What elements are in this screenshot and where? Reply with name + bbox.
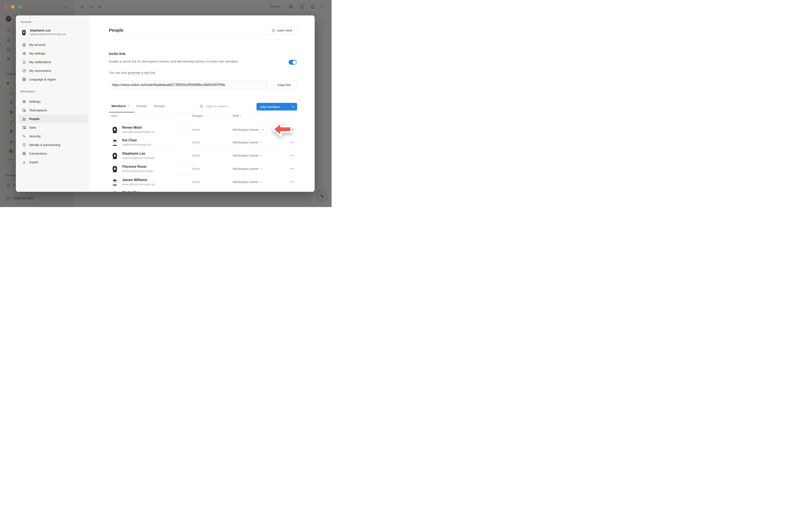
chevron-down-icon <box>260 154 263 157</box>
account-section-label: Account <box>20 20 31 23</box>
copy-link-button[interactable]: Copy link <box>271 80 297 89</box>
sidebar-item-label: My account <box>29 43 45 47</box>
sidebar-item-label: My connections <box>29 69 51 72</box>
member-email: renee@toolsforthought.xyz <box>122 130 155 134</box>
sidebar-item-label: My settings <box>29 52 45 55</box>
member-groups: None <box>192 175 200 188</box>
column-header-role[interactable]: Role ↓ <box>233 114 242 117</box>
row-menu-button[interactable] <box>290 175 294 188</box>
sidebar-item-label: Language & region <box>29 77 56 81</box>
sidebar-item-import[interactable]: Import <box>18 158 88 166</box>
sidebar-item-label: Identity & provisioning <box>29 143 60 147</box>
member-email: stephanie@toolsforthough... <box>122 156 157 160</box>
row-menu-button[interactable] <box>290 149 294 162</box>
member-role-dropdown[interactable]: Workspace owner <box>233 162 263 175</box>
add-members-button[interactable]: Add members <box>256 103 297 110</box>
account-user-name: Stephanie Lee <box>30 29 66 33</box>
member-role-dropdown[interactable]: Workspace owner <box>233 136 263 149</box>
chevron-down-icon <box>262 128 264 131</box>
invite-link-url-field[interactable] <box>109 80 267 89</box>
sidebar-item-label: Sites <box>29 126 36 129</box>
member-name: Florence Rossi <box>122 165 147 169</box>
generate-new-link[interactable]: generate a new link <box>128 71 155 74</box>
member-name: Renee Ward <box>122 125 142 130</box>
arrow-out-box-icon <box>22 69 26 73</box>
download-icon <box>22 160 26 164</box>
chevron-down-icon <box>260 141 263 144</box>
sidebar-item-language-region[interactable]: Language & region <box>18 75 88 83</box>
member-name: Kai Chan <box>122 138 137 143</box>
zoom-window-button[interactable] <box>18 5 21 9</box>
sidebar-item-label: Connections <box>29 152 47 155</box>
table-row: Florence Rossiflorence@toolsforthought..… <box>109 162 297 175</box>
column-header-groups[interactable]: Groups <box>192 114 203 117</box>
sidebar-item-teamspaces[interactable]: Teamspaces <box>18 106 88 114</box>
sidebar-item-my-connections[interactable]: My connections <box>18 66 88 75</box>
sidebar-item-my-account[interactable]: My account <box>18 40 88 49</box>
annotation-arrow-left-icon <box>272 121 293 138</box>
grid-icon <box>22 152 26 156</box>
member-groups: None <box>192 162 200 175</box>
tabs-divider <box>109 112 297 113</box>
member-email: kai@toolsforthought.xyz <box>122 143 152 147</box>
sidebar-item-label: Settings <box>29 100 41 103</box>
bell-icon <box>22 60 26 64</box>
tab-members[interactable]: Members7 <box>109 104 129 108</box>
member-groups: None <box>192 149 200 162</box>
table-row: Renee Wardrenee@toolsforthought.xyzNoneW… <box>109 124 297 136</box>
divider <box>109 39 297 40</box>
avatar <box>111 190 119 192</box>
sidebar-item-people[interactable]: People <box>18 114 88 123</box>
avatar <box>111 126 119 133</box>
member-role-dropdown[interactable]: Workspace owner <box>233 149 263 162</box>
sidebar-item-label: Import <box>29 160 38 164</box>
table-row: Kai Chankai@toolsforthought.xyzNoneWorks… <box>109 136 297 149</box>
sidebar-item-identity-provisioning[interactable]: Identity & provisioning <box>18 140 88 149</box>
generate-link-line: You can also generate a new link <box>109 71 155 74</box>
member-search-input[interactable] <box>206 104 246 108</box>
account-user: Stephanie Lee stephanie@toolsforthought.… <box>21 29 66 36</box>
sidebar-item-sites[interactable]: Sites <box>18 123 88 132</box>
sidebar-item-my-settings[interactable]: My settings <box>18 49 88 58</box>
active-tab-underline <box>109 112 134 113</box>
sidebar-item-my-notifications[interactable]: My notifications <box>18 58 88 66</box>
browser-cursor-icon <box>22 125 26 130</box>
close-window-button[interactable] <box>4 5 8 9</box>
minimize-window-button[interactable] <box>11 5 14 9</box>
row-menu-button[interactable] <box>290 162 294 175</box>
sidebar-item-security[interactable]: Security <box>18 132 88 140</box>
tab-guests[interactable]: Guests <box>136 104 147 108</box>
shield-check-icon <box>22 143 26 147</box>
invite-link-description: Enable a secret link for Workspace Owner… <box>109 59 255 64</box>
sidebar-item-connections[interactable]: Connections <box>18 149 88 158</box>
search-icon <box>199 104 203 108</box>
tab-groups[interactable]: Groups <box>154 104 165 108</box>
building-icon <box>22 108 26 112</box>
sidebar-item-label: My notifications <box>29 60 51 64</box>
globe-icon <box>22 77 26 81</box>
avatar <box>111 152 119 160</box>
chevron-down-icon <box>260 168 263 170</box>
member-name: Digital Bot <box>122 190 139 192</box>
people-icon <box>22 117 26 121</box>
toggle-knob <box>293 60 296 64</box>
key-icon <box>22 134 26 138</box>
member-groups: None <box>192 124 200 135</box>
table-row: Digital Bot <box>109 189 297 192</box>
column-header-user[interactable]: User <box>111 114 117 117</box>
sliders-icon <box>22 51 26 56</box>
avatar <box>111 178 119 186</box>
person-circle-icon <box>22 43 26 47</box>
question-circle-icon <box>271 29 275 32</box>
member-role-dropdown[interactable]: Workspace owner <box>233 124 266 135</box>
learn-more-button[interactable]: Learn more <box>267 27 297 34</box>
member-email: james@toolsforthought.xyz <box>122 182 155 186</box>
screen: P Search Home Inbox Settings Teamspaces … <box>0 0 332 207</box>
avatar <box>111 165 119 173</box>
sidebar-item-settings[interactable]: Settings <box>18 97 88 106</box>
member-role-dropdown[interactable]: Workspace owner <box>233 175 263 188</box>
chevron-down-icon <box>260 181 263 183</box>
settings-sidebar: Account Stephanie Lee stephanie@toolsfor… <box>16 15 90 192</box>
role-chevron-button[interactable] <box>260 127 266 132</box>
invite-link-toggle[interactable] <box>289 60 297 65</box>
